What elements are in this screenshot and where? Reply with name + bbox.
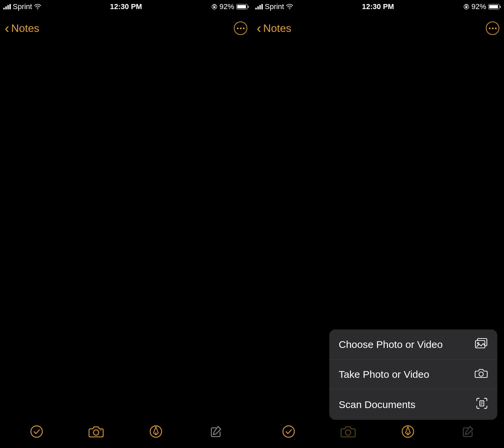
camera-icon: [340, 425, 356, 438]
wifi-icon: [34, 4, 41, 9]
back-label: Notes: [263, 22, 291, 35]
rotation-lock-icon: [211, 4, 217, 10]
checklist-button[interactable]: [29, 423, 45, 440]
chevron-left-icon: ‹: [257, 21, 261, 35]
ellipsis-icon: [489, 28, 497, 29]
compose-button[interactable]: [207, 423, 223, 440]
screen-right: Sprint 12:30 PM 92% ‹ Notes: [252, 0, 504, 448]
menu-item-label: Choose Photo or Video: [339, 339, 443, 350]
chevron-left-icon: ‹: [5, 21, 9, 35]
take-photo-menu-item[interactable]: Take Photo or Video: [329, 359, 497, 389]
svg-point-19: [283, 426, 294, 437]
screen-left: Sprint 12:30 PM 92% ‹ Notes: [0, 0, 252, 448]
pen-tip-icon: [149, 425, 163, 438]
clock-label: 12:30 PM: [110, 2, 142, 11]
compose-icon: [209, 425, 222, 438]
svg-point-4: [93, 430, 99, 435]
wifi-icon: [286, 4, 293, 9]
bottom-toolbar: [252, 422, 504, 448]
compose-icon: [461, 425, 474, 438]
carrier-label: Sprint: [265, 2, 284, 11]
camera-options-popover: Choose Photo or Video Take Photo or Vide…: [329, 329, 497, 420]
navigation-bar: ‹ Notes: [252, 13, 504, 43]
markup-button[interactable]: [400, 423, 416, 440]
more-options-button[interactable]: [234, 21, 247, 35]
svg-point-5: [100, 430, 101, 431]
battery-percent-label: 92%: [219, 2, 234, 11]
svg-point-0: [37, 9, 38, 9]
menu-item-label: Scan Documents: [339, 399, 415, 410]
status-bar: Sprint 12:30 PM 92%: [0, 0, 252, 13]
ellipsis-icon: [237, 28, 245, 29]
svg-point-8: [289, 9, 290, 9]
battery-icon: [488, 4, 501, 9]
checkmark-circle-icon: [282, 425, 295, 438]
svg-rect-10: [465, 6, 467, 8]
svg-point-3: [31, 426, 42, 437]
back-button[interactable]: ‹ Notes: [257, 21, 291, 35]
checkmark-circle-icon: [30, 425, 43, 438]
navigation-bar: ‹ Notes: [0, 13, 252, 43]
cellular-signal-icon: [255, 4, 263, 9]
carrier-label: Sprint: [13, 2, 32, 11]
rotation-lock-icon: [463, 4, 469, 10]
checklist-button[interactable]: [281, 423, 297, 440]
svg-point-14: [479, 372, 484, 376]
menu-item-label: Take Photo or Video: [339, 369, 429, 380]
camera-button[interactable]: [340, 423, 356, 440]
scan-icon: [476, 397, 488, 412]
cellular-signal-icon: [3, 4, 11, 9]
back-label: Notes: [11, 22, 39, 35]
photo-library-icon: [474, 338, 488, 351]
camera-icon: [474, 368, 488, 381]
choose-photo-menu-item[interactable]: Choose Photo or Video: [329, 329, 497, 359]
status-bar: Sprint 12:30 PM 92%: [252, 0, 504, 13]
compose-button[interactable]: [459, 423, 475, 440]
camera-icon: [88, 425, 104, 438]
svg-point-20: [345, 430, 351, 435]
scan-documents-menu-item[interactable]: Scan Documents: [329, 389, 497, 420]
pen-tip-icon: [401, 425, 415, 438]
svg-rect-2: [213, 6, 215, 8]
more-options-button[interactable]: [486, 21, 499, 35]
markup-button[interactable]: [148, 423, 164, 440]
back-button[interactable]: ‹ Notes: [5, 21, 39, 35]
clock-label: 12:30 PM: [362, 2, 394, 11]
battery-icon: [236, 4, 249, 9]
battery-percent-label: 92%: [471, 2, 486, 11]
bottom-toolbar: [0, 422, 252, 448]
camera-button[interactable]: [88, 423, 104, 440]
